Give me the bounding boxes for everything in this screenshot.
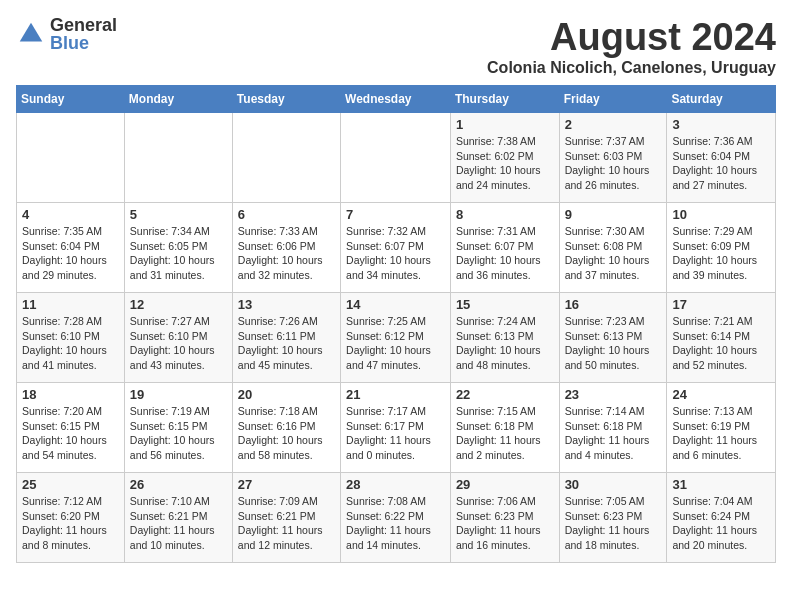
calendar-cell: 26Sunrise: 7:10 AM Sunset: 6:21 PM Dayli… bbox=[124, 473, 232, 563]
day-number: 8 bbox=[456, 207, 554, 222]
day-info: Sunrise: 7:24 AM Sunset: 6:13 PM Dayligh… bbox=[456, 314, 554, 373]
calendar-cell: 14Sunrise: 7:25 AM Sunset: 6:12 PM Dayli… bbox=[341, 293, 451, 383]
day-info: Sunrise: 7:13 AM Sunset: 6:19 PM Dayligh… bbox=[672, 404, 770, 463]
calendar-week-row: 4Sunrise: 7:35 AM Sunset: 6:04 PM Daylig… bbox=[17, 203, 776, 293]
day-number: 18 bbox=[22, 387, 119, 402]
day-number: 15 bbox=[456, 297, 554, 312]
day-number: 14 bbox=[346, 297, 445, 312]
day-info: Sunrise: 7:31 AM Sunset: 6:07 PM Dayligh… bbox=[456, 224, 554, 283]
day-info: Sunrise: 7:32 AM Sunset: 6:07 PM Dayligh… bbox=[346, 224, 445, 283]
calendar-week-row: 18Sunrise: 7:20 AM Sunset: 6:15 PM Dayli… bbox=[17, 383, 776, 473]
calendar-cell: 2Sunrise: 7:37 AM Sunset: 6:03 PM Daylig… bbox=[559, 113, 667, 203]
day-number: 30 bbox=[565, 477, 662, 492]
calendar-cell: 27Sunrise: 7:09 AM Sunset: 6:21 PM Dayli… bbox=[232, 473, 340, 563]
calendar-week-row: 25Sunrise: 7:12 AM Sunset: 6:20 PM Dayli… bbox=[17, 473, 776, 563]
calendar-cell: 17Sunrise: 7:21 AM Sunset: 6:14 PM Dayli… bbox=[667, 293, 776, 383]
day-number: 24 bbox=[672, 387, 770, 402]
day-info: Sunrise: 7:28 AM Sunset: 6:10 PM Dayligh… bbox=[22, 314, 119, 373]
weekday-header-friday: Friday bbox=[559, 86, 667, 113]
calendar-cell: 1Sunrise: 7:38 AM Sunset: 6:02 PM Daylig… bbox=[450, 113, 559, 203]
calendar-week-row: 1Sunrise: 7:38 AM Sunset: 6:02 PM Daylig… bbox=[17, 113, 776, 203]
calendar-cell: 13Sunrise: 7:26 AM Sunset: 6:11 PM Dayli… bbox=[232, 293, 340, 383]
weekday-header-row: SundayMondayTuesdayWednesdayThursdayFrid… bbox=[17, 86, 776, 113]
day-number: 10 bbox=[672, 207, 770, 222]
calendar-cell: 28Sunrise: 7:08 AM Sunset: 6:22 PM Dayli… bbox=[341, 473, 451, 563]
calendar-cell: 21Sunrise: 7:17 AM Sunset: 6:17 PM Dayli… bbox=[341, 383, 451, 473]
calendar-cell: 25Sunrise: 7:12 AM Sunset: 6:20 PM Dayli… bbox=[17, 473, 125, 563]
calendar-week-row: 11Sunrise: 7:28 AM Sunset: 6:10 PM Dayli… bbox=[17, 293, 776, 383]
calendar-cell bbox=[17, 113, 125, 203]
day-number: 17 bbox=[672, 297, 770, 312]
weekday-header-saturday: Saturday bbox=[667, 86, 776, 113]
day-info: Sunrise: 7:26 AM Sunset: 6:11 PM Dayligh… bbox=[238, 314, 335, 373]
page-header: General Blue August 2024 Colonia Nicolic… bbox=[16, 16, 776, 77]
calendar-cell: 10Sunrise: 7:29 AM Sunset: 6:09 PM Dayli… bbox=[667, 203, 776, 293]
day-info: Sunrise: 7:38 AM Sunset: 6:02 PM Dayligh… bbox=[456, 134, 554, 193]
day-number: 6 bbox=[238, 207, 335, 222]
weekday-header-wednesday: Wednesday bbox=[341, 86, 451, 113]
day-number: 9 bbox=[565, 207, 662, 222]
logo-blue: Blue bbox=[50, 34, 117, 52]
month-year: August 2024 bbox=[487, 16, 776, 59]
calendar-header: SundayMondayTuesdayWednesdayThursdayFrid… bbox=[17, 86, 776, 113]
day-info: Sunrise: 7:33 AM Sunset: 6:06 PM Dayligh… bbox=[238, 224, 335, 283]
calendar-cell: 20Sunrise: 7:18 AM Sunset: 6:16 PM Dayli… bbox=[232, 383, 340, 473]
day-info: Sunrise: 7:04 AM Sunset: 6:24 PM Dayligh… bbox=[672, 494, 770, 553]
day-number: 11 bbox=[22, 297, 119, 312]
day-info: Sunrise: 7:18 AM Sunset: 6:16 PM Dayligh… bbox=[238, 404, 335, 463]
svg-marker-0 bbox=[20, 23, 43, 42]
day-number: 31 bbox=[672, 477, 770, 492]
calendar-cell: 9Sunrise: 7:30 AM Sunset: 6:08 PM Daylig… bbox=[559, 203, 667, 293]
calendar-cell: 12Sunrise: 7:27 AM Sunset: 6:10 PM Dayli… bbox=[124, 293, 232, 383]
day-info: Sunrise: 7:12 AM Sunset: 6:20 PM Dayligh… bbox=[22, 494, 119, 553]
day-number: 3 bbox=[672, 117, 770, 132]
calendar-cell: 7Sunrise: 7:32 AM Sunset: 6:07 PM Daylig… bbox=[341, 203, 451, 293]
logo: General Blue bbox=[16, 16, 117, 52]
day-number: 28 bbox=[346, 477, 445, 492]
day-info: Sunrise: 7:21 AM Sunset: 6:14 PM Dayligh… bbox=[672, 314, 770, 373]
calendar-cell bbox=[124, 113, 232, 203]
calendar-table: SundayMondayTuesdayWednesdayThursdayFrid… bbox=[16, 85, 776, 563]
day-number: 13 bbox=[238, 297, 335, 312]
calendar-cell: 4Sunrise: 7:35 AM Sunset: 6:04 PM Daylig… bbox=[17, 203, 125, 293]
calendar-cell: 3Sunrise: 7:36 AM Sunset: 6:04 PM Daylig… bbox=[667, 113, 776, 203]
location-subtitle: Colonia Nicolich, Canelones, Uruguay bbox=[487, 59, 776, 77]
day-number: 21 bbox=[346, 387, 445, 402]
day-number: 7 bbox=[346, 207, 445, 222]
day-info: Sunrise: 7:17 AM Sunset: 6:17 PM Dayligh… bbox=[346, 404, 445, 463]
day-number: 27 bbox=[238, 477, 335, 492]
calendar-cell: 31Sunrise: 7:04 AM Sunset: 6:24 PM Dayli… bbox=[667, 473, 776, 563]
calendar-cell: 5Sunrise: 7:34 AM Sunset: 6:05 PM Daylig… bbox=[124, 203, 232, 293]
day-info: Sunrise: 7:15 AM Sunset: 6:18 PM Dayligh… bbox=[456, 404, 554, 463]
logo-text: General Blue bbox=[50, 16, 117, 52]
day-info: Sunrise: 7:29 AM Sunset: 6:09 PM Dayligh… bbox=[672, 224, 770, 283]
title-area: August 2024 Colonia Nicolich, Canelones,… bbox=[487, 16, 776, 77]
calendar-cell: 8Sunrise: 7:31 AM Sunset: 6:07 PM Daylig… bbox=[450, 203, 559, 293]
weekday-header-sunday: Sunday bbox=[17, 86, 125, 113]
calendar-cell bbox=[341, 113, 451, 203]
calendar-cell: 30Sunrise: 7:05 AM Sunset: 6:23 PM Dayli… bbox=[559, 473, 667, 563]
day-number: 25 bbox=[22, 477, 119, 492]
logo-icon bbox=[16, 19, 46, 49]
day-info: Sunrise: 7:25 AM Sunset: 6:12 PM Dayligh… bbox=[346, 314, 445, 373]
day-number: 19 bbox=[130, 387, 227, 402]
day-info: Sunrise: 7:19 AM Sunset: 6:15 PM Dayligh… bbox=[130, 404, 227, 463]
calendar-cell: 24Sunrise: 7:13 AM Sunset: 6:19 PM Dayli… bbox=[667, 383, 776, 473]
day-info: Sunrise: 7:20 AM Sunset: 6:15 PM Dayligh… bbox=[22, 404, 119, 463]
day-info: Sunrise: 7:08 AM Sunset: 6:22 PM Dayligh… bbox=[346, 494, 445, 553]
day-info: Sunrise: 7:36 AM Sunset: 6:04 PM Dayligh… bbox=[672, 134, 770, 193]
day-info: Sunrise: 7:37 AM Sunset: 6:03 PM Dayligh… bbox=[565, 134, 662, 193]
logo-general: General bbox=[50, 16, 117, 34]
calendar-body: 1Sunrise: 7:38 AM Sunset: 6:02 PM Daylig… bbox=[17, 113, 776, 563]
calendar-cell: 22Sunrise: 7:15 AM Sunset: 6:18 PM Dayli… bbox=[450, 383, 559, 473]
calendar-cell bbox=[232, 113, 340, 203]
calendar-cell: 6Sunrise: 7:33 AM Sunset: 6:06 PM Daylig… bbox=[232, 203, 340, 293]
day-number: 12 bbox=[130, 297, 227, 312]
calendar-cell: 15Sunrise: 7:24 AM Sunset: 6:13 PM Dayli… bbox=[450, 293, 559, 383]
day-number: 5 bbox=[130, 207, 227, 222]
weekday-header-monday: Monday bbox=[124, 86, 232, 113]
calendar-cell: 23Sunrise: 7:14 AM Sunset: 6:18 PM Dayli… bbox=[559, 383, 667, 473]
calendar-cell: 29Sunrise: 7:06 AM Sunset: 6:23 PM Dayli… bbox=[450, 473, 559, 563]
day-info: Sunrise: 7:30 AM Sunset: 6:08 PM Dayligh… bbox=[565, 224, 662, 283]
day-info: Sunrise: 7:06 AM Sunset: 6:23 PM Dayligh… bbox=[456, 494, 554, 553]
